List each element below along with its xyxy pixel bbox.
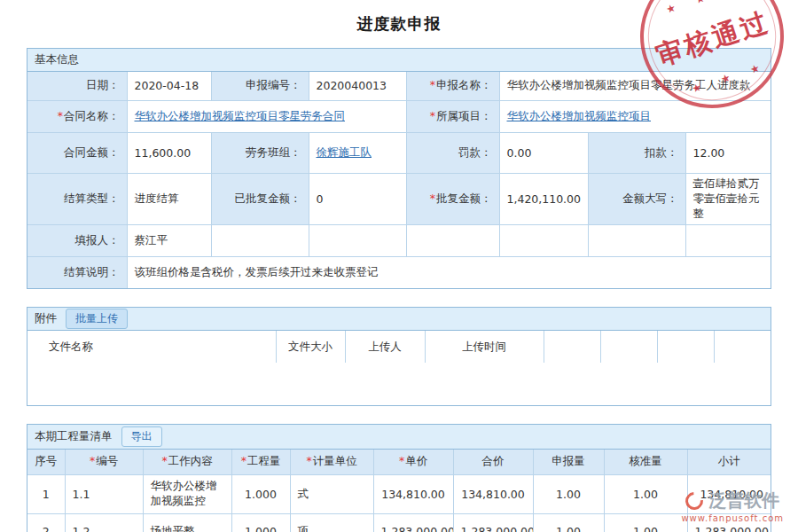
settlement-note-value: 该班组价格是含税价，发票后续开过来走收票登记 xyxy=(127,256,771,288)
cell-code: 1.2 xyxy=(65,513,143,532)
basic-info-title: 基本信息 xyxy=(35,52,79,67)
batch-upload-button[interactable]: 批量上传 xyxy=(66,309,128,329)
basic-info-section: 基本信息 日期： 2020-04-18 申报编号： 2020040013 *申报… xyxy=(27,48,771,289)
attachments-header: 附件 批量上传 xyxy=(27,308,771,331)
deduction-label: 扣款： xyxy=(588,132,685,173)
required-asterisk: * xyxy=(399,454,404,467)
empty-cell xyxy=(406,224,499,256)
penalty-label: 罚款： xyxy=(406,132,499,173)
qty-col-approved: 核准量 xyxy=(604,450,687,474)
date-label: 日期： xyxy=(27,72,127,100)
labor-team-link[interactable]: 徐辉施工队 xyxy=(317,145,372,159)
qty-col-total: 合价 xyxy=(453,450,533,474)
cell-total: 134,810.00 xyxy=(453,474,533,513)
attachments-col-uploader: 上传人 xyxy=(345,331,425,363)
attachments-empty-area xyxy=(27,363,771,405)
contract-amount-label: 合同金额： xyxy=(27,132,127,173)
qty-col-subtotal: 小计 xyxy=(687,450,771,474)
cell-approved: 1.00 xyxy=(604,474,687,513)
brand-url: www.fanpusoft.com xyxy=(681,513,784,523)
required-asterisk: * xyxy=(430,192,435,205)
attachments-col-file-size: 文件大小 xyxy=(276,331,345,363)
attachments-table: 文件名称 文件大小 上传人 上传时间 xyxy=(27,331,771,363)
qty-col-content: *工作内容 xyxy=(143,450,231,474)
labor-team-label: 劳务班组： xyxy=(211,132,309,173)
cell-qty: 1.000 xyxy=(231,513,290,532)
required-asterisk: * xyxy=(430,109,435,122)
cell-unit: 式 xyxy=(290,474,373,513)
reply-amount-value: 1,420,110.00 xyxy=(499,173,588,224)
attachments-section: 附件 批量上传 文件名称 文件大小 上传人 上传时间 xyxy=(27,307,771,406)
declaration-name-label: *申报名称： xyxy=(406,72,499,100)
declaration-name-value: 华软办公楼增加视频监控项目零星劳务工人进度款 xyxy=(499,72,771,100)
export-button[interactable]: 导出 xyxy=(121,426,162,447)
quantity-list-section: 本期工程量清单 导出 序号 *编号 *工作内容 *工程量 *计量单位 *单价 合… xyxy=(27,424,771,532)
attachments-col-file-name: 文件名称 xyxy=(27,331,276,363)
cell-qty: 1.000 xyxy=(231,474,290,513)
qty-col-unit: *计量单位 xyxy=(290,450,373,474)
cell-unit: 项 xyxy=(290,513,373,532)
attachments-col-empty xyxy=(714,331,771,363)
basic-info-table: 日期： 2020-04-18 申报编号： 2020040013 *申报名称： 华… xyxy=(27,72,771,288)
qty-col-code: *编号 xyxy=(65,450,143,474)
project-value: 华软办公楼增加视频监控项目 xyxy=(499,100,771,132)
cell-total: 1,283,000.00 xyxy=(453,513,533,532)
required-asterisk: * xyxy=(161,454,167,467)
deduction-value: 12.00 xyxy=(685,132,771,173)
qty-col-price: *单价 xyxy=(373,450,453,474)
settlement-type-value: 进度结算 xyxy=(127,173,211,224)
cell-price: 134,810.00 xyxy=(373,474,453,513)
cell-approved: 1.00 xyxy=(604,513,687,532)
empty-cell xyxy=(588,224,685,256)
labor-team-value: 徐辉施工队 xyxy=(309,132,406,173)
required-asterisk: * xyxy=(241,454,246,467)
empty-cell xyxy=(499,224,588,256)
quantity-list-header: 本期工程量清单 导出 xyxy=(27,425,771,450)
empty-cell xyxy=(685,224,771,256)
approved-amount-value: 0 xyxy=(309,173,406,224)
settlement-type-label: 结算类型： xyxy=(27,173,127,224)
cell-declared: 1.00 xyxy=(533,474,604,513)
empty-cell xyxy=(309,224,406,256)
basic-info-header: 基本信息 xyxy=(27,49,771,72)
declaration-no-value: 2020040013 xyxy=(309,72,406,100)
fanpu-logo-icon xyxy=(682,488,707,512)
amount-words-value: 壹佰肆拾贰万零壹佰壹拾元整 xyxy=(685,173,771,224)
attachments-col-empty xyxy=(544,331,600,363)
cell-content: 场地平整 xyxy=(143,513,231,532)
contract-name-label: *合同名称： xyxy=(27,100,127,132)
quantity-row: 1 1.1 华软办公楼增加视频监控 1.000 式 134,810.00 134… xyxy=(27,474,771,513)
cell-price: 1,283,000.00 xyxy=(373,513,453,532)
amount-words-label: 金额大写： xyxy=(588,173,685,224)
contract-amount-value: 11,600.00 xyxy=(127,132,211,173)
qty-col-seq: 序号 xyxy=(27,450,65,474)
qty-col-declared: 申报量 xyxy=(533,450,604,474)
required-asterisk: * xyxy=(430,78,435,91)
date-value: 2020-04-18 xyxy=(127,72,211,100)
required-asterisk: * xyxy=(58,109,63,122)
quantity-list-title: 本期工程量清单 xyxy=(35,429,113,444)
project-link[interactable]: 华软办公楼增加视频监控项目 xyxy=(507,109,652,122)
reply-amount-label: *批复金额： xyxy=(406,173,499,224)
project-label: *所属项目： xyxy=(406,100,499,132)
contract-name-value: 华软办公楼增加视频监控项目零星劳务合同 xyxy=(127,100,406,132)
filler-label: 填报人： xyxy=(27,224,127,256)
required-asterisk: * xyxy=(306,454,311,467)
brand-watermark: 泛普软件 www.fanpusoft.com xyxy=(681,489,784,523)
quantity-row: 2 1.2 场地平整 1.000 项 1,283,000.00 1,283,00… xyxy=(27,513,771,532)
contract-name-link[interactable]: 华软办公楼增加视频监控项目零星劳务合同 xyxy=(135,109,346,122)
attachments-col-upload-time: 上传时间 xyxy=(425,331,544,363)
attachments-title: 附件 xyxy=(35,311,57,326)
declaration-no-label: 申报编号： xyxy=(211,72,309,100)
attachments-col-empty xyxy=(657,331,714,363)
attachments-col-empty xyxy=(600,331,657,363)
penalty-value: 0.00 xyxy=(499,132,588,173)
empty-cell xyxy=(211,224,309,256)
brand-name: 泛普软件 xyxy=(708,489,779,512)
cell-code: 1.1 xyxy=(65,474,143,513)
approved-amount-label: 已批复金额： xyxy=(211,173,309,224)
required-asterisk: * xyxy=(90,454,95,467)
settlement-note-label: 结算说明： xyxy=(27,256,127,288)
cell-seq: 1 xyxy=(27,474,65,513)
page-title: 进度款申报 xyxy=(0,0,798,48)
